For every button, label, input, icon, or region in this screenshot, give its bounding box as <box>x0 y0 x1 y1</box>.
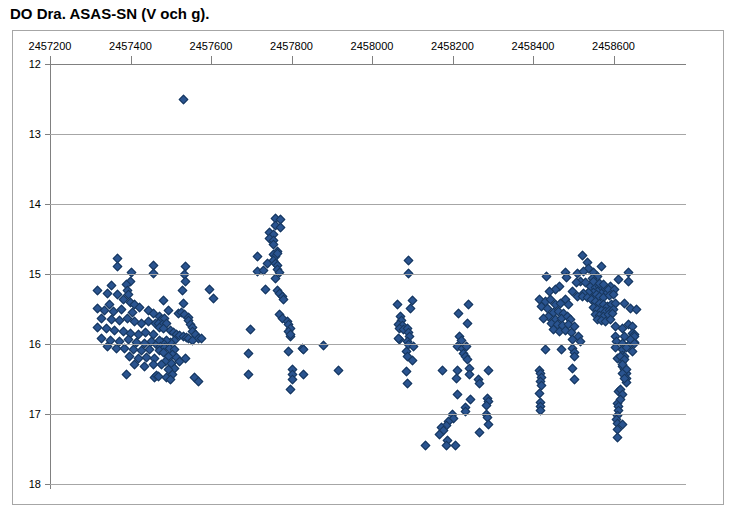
data-point <box>540 344 550 354</box>
data-point <box>463 300 473 310</box>
y-tick-label: 15 <box>17 268 41 280</box>
data-point <box>246 325 256 335</box>
data-point <box>92 286 102 296</box>
data-point <box>177 286 187 296</box>
y-tick <box>45 134 50 135</box>
y-tick <box>45 204 50 205</box>
data-point <box>121 370 131 380</box>
x-tick <box>372 56 373 64</box>
data-point <box>334 365 344 375</box>
x-tick <box>131 56 132 64</box>
data-point <box>463 319 473 329</box>
x-tick-label: 2457600 <box>181 40 241 52</box>
y-tick <box>45 274 50 275</box>
data-point <box>614 274 624 284</box>
data-point <box>116 305 126 315</box>
y-tick <box>45 344 50 345</box>
x-tick <box>292 56 293 64</box>
x-tick <box>50 56 51 64</box>
data-point <box>475 379 485 389</box>
data-point <box>569 375 579 385</box>
data-point <box>556 344 566 354</box>
y-tick-label: 18 <box>17 478 41 490</box>
chart-frame: 1213141516171824572002457400245760024578… <box>12 30 724 505</box>
y-tick-label: 17 <box>17 408 41 420</box>
x-tick-label: 2457800 <box>262 40 322 52</box>
data-point <box>253 251 263 261</box>
data-point <box>299 344 309 354</box>
data-point <box>284 347 294 357</box>
data-point <box>597 262 607 272</box>
gridline <box>50 344 686 345</box>
data-point <box>484 365 494 375</box>
y-tick <box>45 414 50 415</box>
data-point <box>319 340 329 350</box>
gridline <box>50 414 686 415</box>
x-tick-label: 2458600 <box>584 40 644 52</box>
chart-title: DO Dra. ASAS-SN (V och g). <box>10 5 209 22</box>
data-point <box>404 256 414 266</box>
x-tick <box>211 56 212 64</box>
data-point <box>421 440 431 450</box>
data-point <box>96 333 106 343</box>
gridline <box>50 484 686 485</box>
x-tick <box>533 56 534 64</box>
data-point <box>453 389 463 399</box>
data-point <box>179 95 189 105</box>
y-tick-label: 14 <box>17 198 41 210</box>
y-tick <box>45 484 50 485</box>
data-point <box>568 363 578 373</box>
gridline <box>50 274 686 275</box>
data-point <box>126 267 136 277</box>
data-point <box>261 284 271 294</box>
x-tick-label: 2457400 <box>101 40 161 52</box>
y-tick-label: 16 <box>17 338 41 350</box>
gridline <box>50 134 686 135</box>
data-point <box>452 374 462 384</box>
data-point <box>465 370 475 380</box>
gridline <box>50 204 686 205</box>
x-tick-label: 2458000 <box>342 40 402 52</box>
data-point <box>158 295 168 305</box>
data-point <box>112 262 122 272</box>
data-point <box>408 356 418 366</box>
data-point <box>288 375 298 385</box>
data-point <box>438 365 448 375</box>
data-point <box>178 298 188 308</box>
data-point <box>299 370 309 380</box>
data-point <box>406 304 416 314</box>
data-point <box>285 384 295 394</box>
data-point <box>403 379 413 389</box>
data-point <box>450 440 460 450</box>
y-tick-label: 13 <box>17 128 41 140</box>
x-tick <box>614 56 615 64</box>
data-point <box>624 277 634 287</box>
data-point <box>243 370 253 380</box>
y-tick <box>45 64 50 65</box>
data-point <box>243 349 253 359</box>
data-point <box>276 223 286 233</box>
page: { "title": "DO Dra. ASAS-SN (V och g).",… <box>0 0 736 519</box>
x-tick-label: 2457200 <box>20 40 80 52</box>
data-point <box>393 300 403 310</box>
x-tick-label: 2458200 <box>423 40 483 52</box>
x-tick <box>453 56 454 64</box>
x-tick-label: 2458400 <box>503 40 563 52</box>
data-point <box>402 367 412 377</box>
data-point <box>209 293 219 303</box>
data-point <box>612 433 622 443</box>
data-point <box>475 428 485 438</box>
data-point <box>139 361 149 371</box>
y-tick-label: 12 <box>17 58 41 70</box>
data-point <box>454 309 464 319</box>
